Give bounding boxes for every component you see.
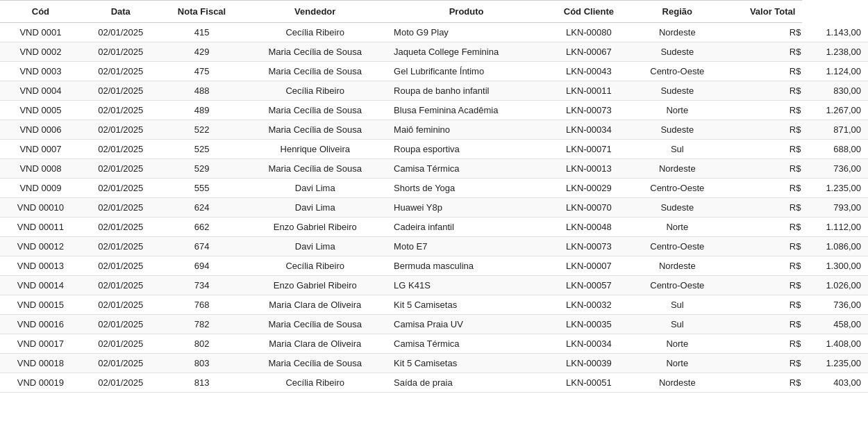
table-row: VND 000402/01/2025488Cecília RibeiroRoup…	[0, 81, 868, 101]
cell-cod: VND 00019	[0, 373, 81, 393]
cell-regiao: Sudeste	[632, 198, 723, 218]
cell-cod: VND 0009	[0, 179, 81, 198]
cell-cod-cliente: LKN-00034	[546, 120, 632, 140]
cell-regiao: Centro-Oeste	[632, 276, 723, 295]
table-header-row: Cód Data Nota Fiscal Vendedor Produto Có…	[0, 1, 868, 23]
cell-nota: 525	[160, 140, 244, 159]
cell-cod: VND 0003	[0, 62, 81, 81]
cell-regiao: Norte	[632, 334, 723, 354]
cell-data: 02/01/2025	[81, 198, 160, 218]
cell-vendedor: Davi Lima	[243, 198, 387, 218]
cell-data: 02/01/2025	[81, 179, 160, 198]
table-row: VND 000302/01/2025475Maria Cecília de So…	[0, 62, 868, 81]
cell-regiao: Sudeste	[632, 81, 723, 101]
cell-cod-cliente: LKN-00032	[546, 295, 632, 315]
cell-valor-rs: R$	[723, 179, 802, 198]
cell-valor-rs: R$	[723, 256, 802, 276]
cell-produto: Kit 5 Camisetas	[387, 354, 546, 373]
cell-data: 02/01/2025	[81, 295, 160, 315]
cell-vendedor: Maria Cecília de Sousa	[243, 62, 387, 81]
cell-produto: Kit 5 Camisetas	[387, 295, 546, 315]
cell-cod: VND 00013	[0, 256, 81, 276]
cell-nota: 674	[160, 237, 244, 256]
cell-data: 02/01/2025	[81, 159, 160, 179]
cell-cod: VND 00018	[0, 354, 81, 373]
cell-valor-rs: R$	[723, 218, 802, 237]
sales-table-container: Cód Data Nota Fiscal Vendedor Produto Có…	[0, 0, 868, 393]
table-row: VND 0001602/01/2025782Maria Cecília de S…	[0, 315, 868, 334]
cell-nota: 489	[160, 101, 244, 120]
cell-vendedor: Maria Cecília de Sousa	[243, 120, 387, 140]
table-row: VND 000902/01/2025555Davi LimaShorts de …	[0, 179, 868, 198]
cell-data: 02/01/2025	[81, 62, 160, 81]
cell-valor-num: 1.300,00	[802, 256, 868, 276]
cell-regiao: Sudeste	[632, 120, 723, 140]
cell-vendedor: Davi Lima	[243, 179, 387, 198]
table-row: VND 0001302/01/2025694Cecília RibeiroBer…	[0, 256, 868, 276]
cell-valor-num: 1.124,00	[802, 62, 868, 81]
cell-cod-cliente: LKN-00073	[546, 237, 632, 256]
cell-regiao: Sul	[632, 295, 723, 315]
cell-valor-num: 1.267,00	[802, 101, 868, 120]
cell-produto: Jaqueta College Feminina	[387, 42, 546, 62]
cell-cod: VND 00012	[0, 237, 81, 256]
cell-regiao: Centro-Oeste	[632, 62, 723, 81]
cell-regiao: Centro-Oeste	[632, 237, 723, 256]
table-row: VND 0001502/01/2025768Maria Clara de Oli…	[0, 295, 868, 315]
cell-cod: VND 00017	[0, 334, 81, 354]
cell-valor-num: 1.112,00	[802, 218, 868, 237]
cell-produto: Roupa de banho infantil	[387, 81, 546, 101]
cell-vendedor: Maria Cecília de Sousa	[243, 42, 387, 62]
cell-cod: VND 0008	[0, 159, 81, 179]
cell-valor-rs: R$	[723, 198, 802, 218]
cell-produto: LG K41S	[387, 276, 546, 295]
cell-regiao: Norte	[632, 354, 723, 373]
cell-vendedor: Maria Cecília de Sousa	[243, 354, 387, 373]
cell-valor-rs: R$	[723, 120, 802, 140]
cell-vendedor: Cecília Ribeiro	[243, 256, 387, 276]
cell-data: 02/01/2025	[81, 334, 160, 354]
cell-cod: VND 0002	[0, 42, 81, 62]
cell-valor-num: 1.235,00	[802, 354, 868, 373]
cell-vendedor: Enzo Gabriel Ribeiro	[243, 276, 387, 295]
cell-produto: Camisa Térmica	[387, 334, 546, 354]
cell-data: 02/01/2025	[81, 120, 160, 140]
cell-valor-rs: R$	[723, 237, 802, 256]
cell-valor-num: 1.408,00	[802, 334, 868, 354]
cell-valor-rs: R$	[723, 42, 802, 62]
cell-produto: Huawei Y8p	[387, 198, 546, 218]
cell-produto: Moto E7	[387, 237, 546, 256]
cell-valor-num: 1.238,00	[802, 42, 868, 62]
cell-nota: 555	[160, 179, 244, 198]
cell-valor-rs: R$	[723, 23, 802, 42]
cell-valor-rs: R$	[723, 62, 802, 81]
header-valor-total: Valor Total	[723, 1, 802, 23]
cell-nota: 803	[160, 354, 244, 373]
cell-valor-num: 1.026,00	[802, 276, 868, 295]
cell-valor-rs: R$	[723, 140, 802, 159]
table-row: VND 0001002/01/2025624Davi LimaHuawei Y8…	[0, 198, 868, 218]
cell-cod: VND 00010	[0, 198, 81, 218]
cell-valor-num: 736,00	[802, 159, 868, 179]
cell-data: 02/01/2025	[81, 237, 160, 256]
cell-cod-cliente: LKN-00080	[546, 23, 632, 42]
cell-vendedor: Cecília Ribeiro	[243, 81, 387, 101]
cell-data: 02/01/2025	[81, 276, 160, 295]
cell-nota: 734	[160, 276, 244, 295]
cell-nota: 522	[160, 120, 244, 140]
cell-cod-cliente: LKN-00048	[546, 218, 632, 237]
table-row: VND 000202/01/2025429Maria Cecília de So…	[0, 42, 868, 62]
cell-nota: 429	[160, 42, 244, 62]
cell-valor-num: 1.086,00	[802, 237, 868, 256]
cell-regiao: Nordeste	[632, 159, 723, 179]
cell-regiao: Sul	[632, 140, 723, 159]
table-row: VND 0001702/01/2025802Maria Clara de Oli…	[0, 334, 868, 354]
cell-valor-rs: R$	[723, 276, 802, 295]
cell-cod: VND 00015	[0, 295, 81, 315]
cell-regiao: Norte	[632, 101, 723, 120]
cell-nota: 694	[160, 256, 244, 276]
cell-nota: 662	[160, 218, 244, 237]
cell-cod-cliente: LKN-00073	[546, 101, 632, 120]
cell-produto: Shorts de Yoga	[387, 179, 546, 198]
cell-produto: Maiô feminino	[387, 120, 546, 140]
